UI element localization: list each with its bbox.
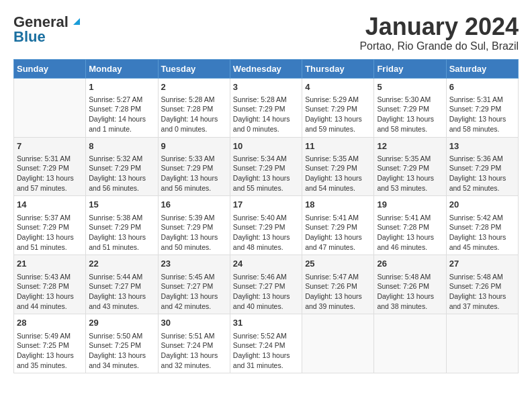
cell-info-line: Daylight: 13 hours [17,291,83,302]
day-number: 17 [233,199,299,211]
cell-info-line: Daylight: 13 hours [377,232,443,242]
cell-info-line: and 51 minutes. [17,242,83,253]
cell-info-line: Sunrise: 5:28 AM [161,95,227,105]
header-monday: Monday [86,59,158,78]
cell-info-line: Daylight: 13 hours [89,232,154,242]
day-number: 20 [449,199,515,211]
cell-info-line: and 34 minutes. [89,361,154,371]
cell-info-line: Daylight: 13 hours [233,351,299,361]
cell-info-line: Sunset: 7:29 PM [305,104,371,114]
day-number: 7 [17,140,83,152]
header-wednesday: Wednesday [230,59,302,78]
calendar-body: 1Sunrise: 5:27 AMSunset: 7:28 PMDaylight… [14,78,519,373]
calendar-cell: 28Sunrise: 5:49 AMSunset: 7:25 PMDayligh… [14,314,86,373]
cell-info-line: and 44 minutes. [17,302,83,312]
cell-info-line: Daylight: 13 hours [305,173,371,183]
calendar-cell: 18Sunrise: 5:41 AMSunset: 7:29 PMDayligh… [302,196,374,255]
cell-info-line: and 53 minutes. [377,183,443,193]
calendar-cell: 21Sunrise: 5:43 AMSunset: 7:28 PMDayligh… [14,255,86,314]
cell-info-line: Sunset: 7:29 PM [233,104,299,114]
cell-info-line: Sunset: 7:24 PM [161,340,227,351]
page-header: General Blue January 2024 Portao, Rio Gr… [13,13,519,52]
cell-info-line: Daylight: 13 hours [89,351,154,361]
cell-info-line: Sunrise: 5:47 AM [305,272,371,282]
calendar-header: SundayMondayTuesdayWednesdayThursdayFrid… [14,59,519,78]
cell-info-line: Daylight: 13 hours [377,114,443,124]
cell-info-line: and 46 minutes. [377,242,443,253]
day-number: 11 [305,140,371,152]
cell-info-line: and 59 minutes. [305,124,371,134]
cell-info-line: Sunrise: 5:33 AM [161,154,227,164]
cell-info-line: Daylight: 13 hours [17,351,83,361]
cell-info-line: Daylight: 14 hours [161,114,227,124]
cell-info-line: Sunrise: 5:41 AM [305,213,371,223]
day-number: 26 [377,258,443,270]
day-number: 25 [305,258,371,270]
cell-info-line: Daylight: 13 hours [233,291,299,302]
cell-info-line: Daylight: 14 hours [89,114,154,124]
cell-info-line: Sunset: 7:26 PM [377,281,443,291]
cell-info-line: and 0 minutes. [161,124,227,134]
calendar-cell: 23Sunrise: 5:45 AMSunset: 7:27 PMDayligh… [158,255,230,314]
day-number: 27 [449,258,515,270]
cell-info-line: Sunset: 7:28 PM [17,281,83,291]
cell-info-line: Sunset: 7:26 PM [449,281,515,291]
calendar-cell: 3Sunrise: 5:28 AMSunset: 7:29 PMDaylight… [230,78,302,137]
cell-info-line: Daylight: 13 hours [305,114,371,124]
cell-info-line: Sunrise: 5:36 AM [449,154,515,164]
calendar-week-2: 7Sunrise: 5:31 AMSunset: 7:29 PMDaylight… [14,137,519,196]
cell-info-line: Sunrise: 5:46 AM [233,272,299,282]
cell-info-line: Sunset: 7:29 PM [233,222,299,232]
day-number: 28 [17,317,83,329]
calendar-cell [446,314,518,373]
cell-info-line: and 54 minutes. [305,183,371,193]
cell-info-line: Sunset: 7:29 PM [377,104,443,114]
cell-info-line: Sunrise: 5:38 AM [89,213,154,223]
day-number: 14 [17,199,83,211]
day-number: 30 [161,317,227,329]
logo: General Blue [13,13,83,46]
calendar-cell: 1Sunrise: 5:27 AMSunset: 7:28 PMDaylight… [86,78,158,137]
calendar-cell: 20Sunrise: 5:42 AMSunset: 7:28 PMDayligh… [446,196,518,255]
cell-info-line: and 55 minutes. [233,183,299,193]
cell-info-line: Sunset: 7:29 PM [449,163,515,173]
cell-info-line: Sunrise: 5:50 AM [89,331,154,341]
calendar-cell [302,314,374,373]
cell-info-line: Daylight: 13 hours [17,173,83,183]
cell-info-line: Daylight: 13 hours [449,114,515,124]
day-number: 1 [89,81,154,93]
calendar-cell: 19Sunrise: 5:41 AMSunset: 7:28 PMDayligh… [374,196,446,255]
calendar-cell [374,314,446,373]
cell-info-line: Sunrise: 5:49 AM [17,331,83,341]
day-number: 15 [89,199,154,211]
cell-info-line: and 58 minutes. [449,124,515,134]
cell-info-line: and 50 minutes. [161,242,227,253]
logo-arrow-icon [71,15,83,30]
cell-info-line: Sunrise: 5:28 AM [233,95,299,105]
cell-info-line: and 45 minutes. [449,242,515,253]
day-number: 18 [305,199,371,211]
cell-info-line: Sunset: 7:28 PM [449,222,515,232]
cell-info-line: Sunrise: 5:45 AM [161,272,227,282]
calendar-cell: 16Sunrise: 5:39 AMSunset: 7:29 PMDayligh… [158,196,230,255]
cell-info-line: Sunrise: 5:29 AM [305,95,371,105]
cell-info-line: and 39 minutes. [305,302,371,312]
cell-info-line: Sunrise: 5:41 AM [377,213,443,223]
cell-info-line: and 42 minutes. [161,302,227,312]
day-number: 3 [233,81,299,93]
cell-info-line: and 31 minutes. [233,361,299,371]
cell-info-line: Sunset: 7:26 PM [305,281,371,291]
calendar-cell: 11Sunrise: 5:35 AMSunset: 7:29 PMDayligh… [302,137,374,196]
cell-info-line: and 52 minutes. [449,183,515,193]
cell-info-line: Sunrise: 5:31 AM [17,154,83,164]
cell-info-line: Sunset: 7:29 PM [233,163,299,173]
day-number: 16 [161,199,227,211]
calendar-cell: 31Sunrise: 5:52 AMSunset: 7:24 PMDayligh… [230,314,302,373]
calendar-cell: 9Sunrise: 5:33 AMSunset: 7:29 PMDaylight… [158,137,230,196]
cell-info-line: Sunrise: 5:48 AM [377,272,443,282]
day-number: 19 [377,199,443,211]
cell-info-line: Sunset: 7:25 PM [17,340,83,351]
cell-info-line: Daylight: 13 hours [305,232,371,242]
calendar-cell: 2Sunrise: 5:28 AMSunset: 7:28 PMDaylight… [158,78,230,137]
cell-info-line: Daylight: 13 hours [233,232,299,242]
